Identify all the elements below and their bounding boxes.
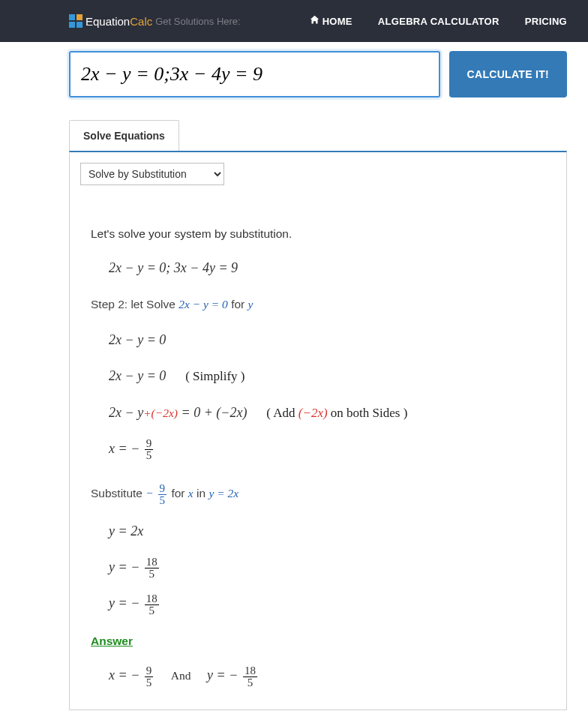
svg-rect-0 <box>69 14 75 20</box>
step2: Step 2: let Solve 2x − y = 0 for y <box>91 293 547 315</box>
step2-eq: 2x − y = 0 <box>178 298 228 310</box>
line3-post: = 0 + (−2x) <box>178 405 247 420</box>
line3-pre: 2x − y <box>109 405 143 420</box>
line2-eq: 2x − y = 0 <box>109 368 166 383</box>
sub-eq: y = 2x <box>208 487 238 500</box>
nav-links: HOME ALGEBRA CALCULATOR PRICING <box>310 15 567 27</box>
line4: x = − 95 <box>109 436 547 461</box>
sub-pre: Substitute <box>91 487 146 500</box>
nav-home[interactable]: HOME <box>310 15 352 27</box>
fy-num: 18 <box>243 665 257 677</box>
sub-x: x <box>188 487 194 500</box>
final-answer: x = − 95 And y = − 185 <box>109 662 547 688</box>
tabs: Solve Equations <box>69 120 567 151</box>
fx-frac: 95 <box>145 665 154 688</box>
line4-pre: x = − <box>109 441 143 456</box>
line2-note: ( Simplify ) <box>185 369 244 383</box>
fx-pre: x = − <box>109 668 143 682</box>
logo[interactable]: EquationCalc <box>86 15 152 28</box>
line3-note: ( Add (−2x) on both Sides ) <box>266 406 407 420</box>
method-select[interactable]: Solve by Substitution <box>80 163 224 185</box>
substitute-step: Substitute − 95 for x in y = 2x <box>91 482 547 506</box>
sub-frac: 95 <box>158 483 167 506</box>
sub-neg: − <box>146 487 156 500</box>
sub-in: in <box>196 487 208 500</box>
sub-for: for <box>171 487 188 500</box>
sline2-frac: 185 <box>145 556 159 580</box>
sline1: y = 2x <box>109 518 547 544</box>
home-icon <box>310 15 320 27</box>
sub-den: 5 <box>158 495 167 506</box>
sline3-den: 5 <box>148 605 157 616</box>
line4-num: 9 <box>145 438 154 450</box>
logo-icon <box>69 14 82 28</box>
line2: 2x − y = 0 ( Simplify ) <box>109 363 547 388</box>
step2-var: y <box>248 298 254 310</box>
tab-solve-equations[interactable]: Solve Equations <box>69 120 179 151</box>
main: CALCULATE IT! Solve Equations Solve by S… <box>0 42 588 717</box>
sub-num: 9 <box>158 483 167 495</box>
fy-frac: 185 <box>243 665 257 688</box>
sline2-num: 18 <box>145 556 159 568</box>
sline2-pre: y = − <box>109 560 143 574</box>
svg-rect-1 <box>76 14 82 20</box>
fx-den: 5 <box>145 677 154 688</box>
fx-num: 9 <box>145 665 154 677</box>
line4-den: 5 <box>145 450 154 461</box>
line3-note-pre: ( Add <box>266 406 298 420</box>
intro-text: Let's solve your system by substitution. <box>91 223 547 244</box>
logo-part2: Calc <box>130 15 152 28</box>
sline3-pre: y = − <box>109 596 143 610</box>
solution-panel: Solve by Substitution Let's solve your s… <box>69 151 567 710</box>
answer-heading[interactable]: Answer <box>91 630 547 652</box>
and-text: And <box>171 669 191 682</box>
nav-algebra[interactable]: ALGEBRA CALCULATOR <box>378 15 500 27</box>
line3-red: +(−2x) <box>143 406 178 419</box>
line3-note-post: on both Sides ) <box>328 406 408 420</box>
system-equations: 2x − y = 0; 3x − 4y = 9 <box>109 255 547 280</box>
step2-for: for <box>231 298 248 310</box>
solution-content: Let's solve your system by substitution.… <box>80 185 556 688</box>
fy-pre: y = − <box>207 668 242 682</box>
step2-pre: Step 2: let Solve <box>91 298 178 310</box>
sline2-den: 5 <box>148 568 157 580</box>
svg-rect-2 <box>69 22 75 28</box>
tagline: Get Solutions Here: <box>155 16 240 27</box>
sline2: y = − 185 <box>109 554 547 580</box>
calculate-button[interactable]: CALCULATE IT! <box>449 51 567 98</box>
sline3-num: 18 <box>145 593 159 605</box>
equation-input[interactable] <box>69 51 440 98</box>
line1: 2x − y = 0 <box>109 327 547 352</box>
line4-frac: 95 <box>145 438 154 461</box>
logo-part1: Equation <box>86 15 130 28</box>
line3: 2x − y+(−2x) = 0 + (−2x) ( Add (−2x) on … <box>109 400 547 425</box>
svg-rect-3 <box>76 22 82 28</box>
sline3: y = − 185 <box>109 590 547 616</box>
fy-den: 5 <box>246 677 255 688</box>
nav-pricing[interactable]: PRICING <box>525 15 567 27</box>
sline3-frac: 185 <box>145 593 159 616</box>
nav-home-label: HOME <box>322 16 352 27</box>
input-row: CALCULATE IT! <box>69 51 567 98</box>
line3-note-red: (−2x) <box>298 406 328 420</box>
navbar: EquationCalc Get Solutions Here: HOME AL… <box>0 0 588 42</box>
